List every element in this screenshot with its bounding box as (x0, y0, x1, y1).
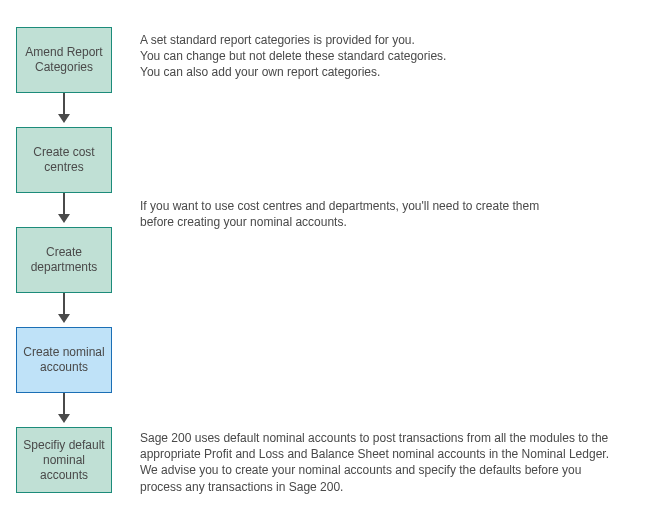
arrow-shaft (63, 293, 65, 314)
arrow-shaft (63, 393, 65, 414)
node-amend-report-categories: Amend Report Categories (16, 27, 112, 93)
description-cost-centres-departments: If you want to use cost centres and depa… (140, 198, 640, 230)
description-amend-report-categories: A set standard report categories is prov… (140, 32, 640, 81)
node-specify-default-nominal-accounts: Specifiy default nominal accounts (16, 427, 112, 493)
arrow-down-3 (58, 293, 70, 323)
arrow-head-icon (58, 214, 70, 223)
node-label: Specifiy default nominal accounts (21, 438, 107, 483)
arrow-head-icon (58, 414, 70, 423)
arrow-shaft (63, 193, 65, 214)
node-label: Create departments (21, 245, 107, 275)
node-label: Amend Report Categories (21, 45, 107, 75)
arrow-down-1 (58, 93, 70, 123)
node-create-nominal-accounts: Create nominal accounts (16, 327, 112, 393)
arrow-head-icon (58, 314, 70, 323)
arrow-down-4 (58, 393, 70, 423)
arrow-head-icon (58, 114, 70, 123)
node-create-departments: Create departments (16, 227, 112, 293)
node-label: Create cost centres (21, 145, 107, 175)
node-create-cost-centres: Create cost centres (16, 127, 112, 193)
arrow-shaft (63, 93, 65, 114)
node-label: Create nominal accounts (21, 345, 107, 375)
description-default-nominal-accounts: Sage 200 uses default nominal accounts t… (140, 430, 650, 495)
arrow-down-2 (58, 193, 70, 223)
flow-diagram: Amend Report Categories Create cost cent… (0, 0, 662, 517)
